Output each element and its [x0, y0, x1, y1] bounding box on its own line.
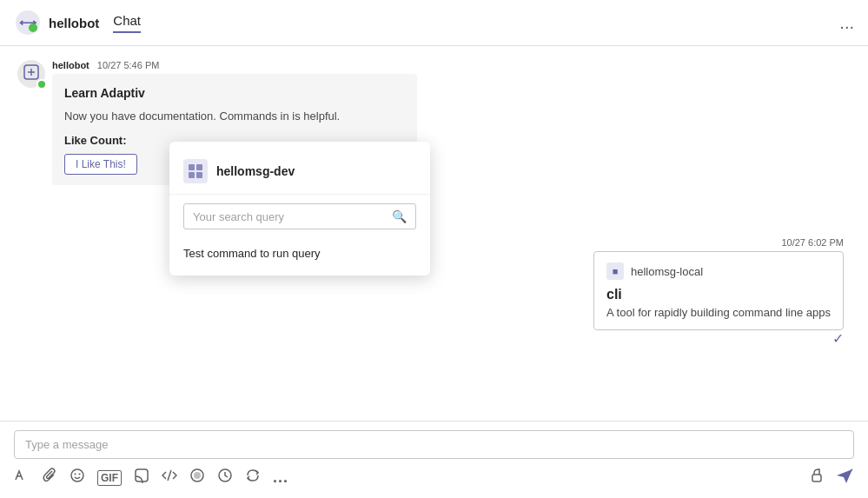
- svg-point-15: [194, 472, 201, 479]
- dropdown-app-name: hellomsg-dev: [216, 164, 295, 178]
- dropdown-header: hellomsg-dev: [169, 152, 430, 195]
- record-icon[interactable]: [189, 468, 205, 488]
- sticker-icon[interactable]: [134, 468, 149, 488]
- svg-point-12: [79, 474, 81, 475]
- loop-icon[interactable]: [245, 468, 261, 488]
- app-icon-symbol: ■: [613, 266, 619, 276]
- sender-name: hellobot: [52, 60, 89, 70]
- dropdown-command-item[interactable]: Test command to run query: [169, 238, 430, 269]
- bot-message-row: hellobot 10/27 5:46 PM Learn Adaptiv Now…: [17, 60, 851, 185]
- svg-point-11: [75, 474, 76, 475]
- cli-title: cli: [606, 287, 831, 302]
- chat-area: hellobot 10/27 5:46 PM Learn Adaptiv Now…: [0, 46, 868, 498]
- svg-rect-18: [812, 475, 821, 481]
- emoji-icon[interactable]: [70, 468, 85, 488]
- right-message-time: 10/27 6:02 PM: [781, 237, 844, 248]
- format-icon[interactable]: [14, 468, 30, 488]
- schedule-icon[interactable]: [217, 468, 233, 488]
- message-time: 10/27 5:46 PM: [97, 60, 160, 70]
- command-dropdown: hellomsg-dev 🔍 Test command to run query: [169, 142, 430, 276]
- send-button[interactable]: [835, 466, 854, 489]
- message-input-box[interactable]: [14, 430, 854, 459]
- gif-icon[interactable]: GIF: [97, 470, 122, 486]
- title-bar: ⟷ hellobot Chat ...: [0, 0, 868, 46]
- chat-tab[interactable]: Chat: [113, 13, 141, 33]
- svg-line-14: [168, 470, 171, 481]
- checkmark-icon: ✓: [593, 330, 844, 347]
- more-toolbar-button[interactable]: ...: [273, 468, 288, 487]
- avatar: [17, 60, 45, 88]
- dropdown-app-icon: [183, 159, 208, 183]
- toolbar-icons: GIF ...: [14, 466, 854, 489]
- online-badge: [36, 79, 47, 90]
- svg-rect-9: [196, 172, 202, 178]
- dropdown-search-input[interactable]: [193, 210, 385, 223]
- message-input[interactable]: [25, 438, 843, 451]
- dropdown-search-box[interactable]: 🔍: [183, 203, 416, 229]
- svg-rect-8: [189, 172, 195, 178]
- svg-rect-6: [189, 164, 195, 170]
- app-name: hellobot: [49, 16, 99, 30]
- toolbar-right: [809, 466, 854, 489]
- card-body: Now you have documentation. Commands in …: [64, 108, 405, 125]
- svg-point-2: [29, 23, 37, 32]
- svg-rect-7: [196, 164, 202, 170]
- code-icon[interactable]: [162, 468, 177, 488]
- cli-desc: A tool for rapidly building command line…: [606, 306, 831, 319]
- more-options-button[interactable]: ...: [839, 13, 854, 33]
- app-row: ■ hellomsg-local: [606, 262, 831, 280]
- app-name-label: hellomsg-local: [631, 265, 703, 278]
- messages-list: hellobot 10/27 5:46 PM Learn Adaptiv Now…: [0, 46, 868, 421]
- like-button[interactable]: I Like This!: [64, 154, 137, 175]
- input-area: GIF ...: [0, 421, 868, 498]
- lock-icon[interactable]: [809, 468, 825, 488]
- app-icon-small: ■: [606, 262, 624, 280]
- app-logo: ⟷: [14, 9, 42, 37]
- svg-point-10: [71, 469, 83, 481]
- right-message-bubble: ■ hellomsg-local cli A tool for rapidly …: [593, 251, 844, 330]
- right-message-row: 10/27 6:02 PM ■ hellomsg-local cli A too…: [17, 237, 844, 347]
- card-title: Learn Adaptiv: [64, 84, 405, 103]
- attach-icon[interactable]: [42, 468, 57, 488]
- search-icon: 🔍: [392, 209, 407, 223]
- message-meta: hellobot 10/27 5:46 PM: [52, 60, 851, 70]
